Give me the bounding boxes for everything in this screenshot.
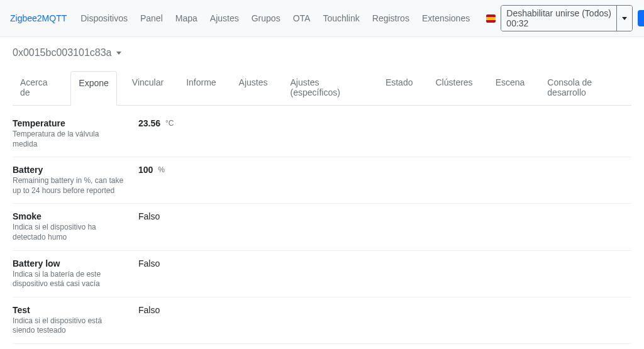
expose-value: Falso [126, 258, 631, 269]
device-address: 0x0015bc003101c83a [13, 47, 111, 58]
nav-link-grupos[interactable]: Grupos [245, 11, 287, 26]
theme-toggle-button[interactable]: 🌞 [638, 10, 644, 26]
tab-vincular[interactable]: Vincular [125, 71, 171, 105]
expose-value: Falso [126, 305, 631, 315]
expose-row-battery_low: Battery lowIndica si la batería de este … [13, 250, 631, 297]
tab-ajustes[interactable]: Ajustes [231, 71, 275, 105]
value-text: Falso [138, 211, 160, 221]
feature-desc: Remaining battery in %, can take up to 2… [13, 176, 126, 196]
nav-link-extensiones[interactable]: Extensiones [416, 11, 476, 26]
feature-desc: Temperatura de la válvula medida [13, 130, 126, 149]
expose-value: 23.56°C [126, 118, 631, 128]
tab-ajustes-espec-ficos-[interactable]: Ajustes (específicos) [283, 71, 370, 105]
permit-join-select[interactable]: Deshabilitar unirse (Todos) 00:32 [501, 6, 616, 31]
expose-label: Battery lowIndica si la batería de este … [13, 258, 126, 289]
nav-link-dispositivos[interactable]: Dispositivos [74, 11, 134, 26]
nav-link-registros[interactable]: Registros [366, 11, 416, 26]
device-header[interactable]: 0x0015bc003101c83a [13, 47, 631, 58]
nav-link-ota[interactable]: OTA [287, 11, 317, 26]
chevron-down-icon [622, 17, 627, 20]
value-text: Falso [138, 305, 160, 315]
tab-cl-steres[interactable]: Clústeres [428, 71, 480, 105]
chevron-down-icon [116, 52, 121, 55]
feature-title: Battery [13, 165, 126, 175]
nav-link-ajustes[interactable]: Ajustes [204, 11, 245, 26]
tab-expone[interactable]: Expone [70, 71, 116, 106]
feature-title: Battery low [13, 258, 126, 269]
nav-link-panel[interactable]: Panel [134, 11, 169, 26]
expose-row-max_duration: Max durationDuración de la sirenas [13, 343, 631, 349]
device-tabs: Acerca deExponeVincularInformeAjustesAju… [13, 71, 631, 106]
value-unit: % [158, 165, 165, 174]
expose-row-temperature: TemperatureTemperatura de la válvula med… [13, 111, 631, 157]
feature-title: Test [13, 305, 126, 315]
feature-desc: Indica si el dispositivo ha detectado hu… [13, 223, 126, 242]
expose-value: 100% [126, 165, 631, 175]
expose-value: Falso [126, 211, 631, 221]
navbar-right: Deshabilitar unirse (Todos) 00:32 🌞 [486, 5, 644, 31]
feature-title: Temperature [13, 118, 126, 128]
value-unit: °C [165, 119, 174, 128]
expose-label: SmokeIndica si el dispositivo ha detecta… [13, 211, 126, 242]
value-number: 100 [138, 165, 153, 175]
tab-informe[interactable]: Informe [179, 71, 223, 105]
permit-join-group[interactable]: Deshabilitar unirse (Todos) 00:32 [501, 5, 633, 31]
expose-row-test: TestIndica si el dispositivo está siendo… [13, 297, 631, 343]
tab-escena[interactable]: Escena [488, 71, 533, 105]
nav-link-mapa[interactable]: Mapa [169, 11, 204, 26]
expose-label: BatteryRemaining battery in %, can take … [13, 165, 126, 196]
expose-row-battery: BatteryRemaining battery in %, can take … [13, 157, 631, 203]
brand-link[interactable]: Zigbee2MQTT [10, 13, 67, 23]
expose-label: TestIndica si el dispositivo está siendo… [13, 305, 126, 336]
permit-join-dropdown-toggle[interactable] [616, 6, 632, 31]
tab-acerca-de[interactable]: Acerca de [13, 71, 63, 105]
value-number: 23.56 [138, 118, 160, 128]
expose-row-smoke: SmokeIndica si el dispositivo ha detecta… [13, 203, 631, 250]
nav-link-touchlink[interactable]: Touchlink [316, 11, 365, 26]
value-text: Falso [138, 258, 160, 269]
tab-estado[interactable]: Estado [378, 71, 421, 105]
feature-desc: Indica si la batería de este dispositivo… [13, 270, 126, 289]
locale-flag-es[interactable] [486, 14, 496, 23]
feature-title: Smoke [13, 211, 126, 221]
tab-consola-de-desarrollo[interactable]: Consola de desarrollo [540, 71, 631, 105]
expose-label: TemperatureTemperatura de la válvula med… [13, 118, 126, 149]
expose-list: TemperatureTemperatura de la válvula med… [13, 111, 631, 349]
feature-desc: Indica si el dispositivo está siendo tes… [13, 316, 126, 336]
main-navbar: Zigbee2MQTT DispositivosPanelMapaAjustes… [0, 0, 644, 37]
